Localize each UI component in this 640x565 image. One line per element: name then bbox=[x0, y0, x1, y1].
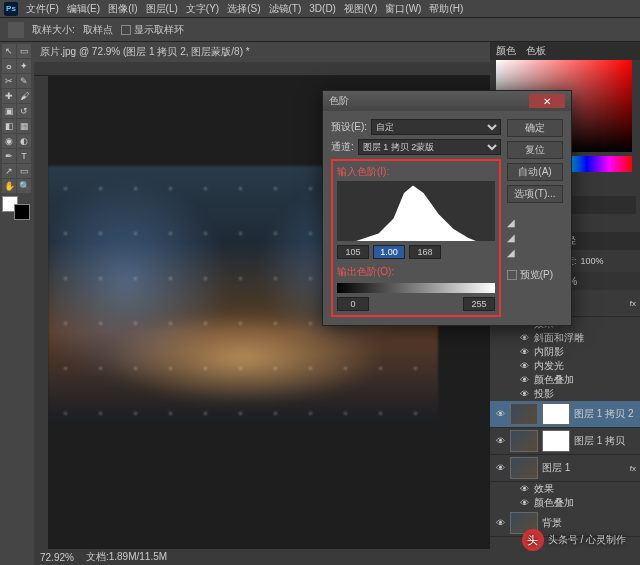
document-tab[interactable]: 原片.jpg @ 72.9% (图层 1 拷贝 2, 图层蒙版/8) * bbox=[34, 42, 490, 62]
menu-filter[interactable]: 滤镜(T) bbox=[265, 2, 306, 16]
dialog-title: 色阶 bbox=[329, 94, 349, 108]
sample-size-value[interactable]: 取样点 bbox=[83, 23, 113, 37]
layer-name: 图层 1 拷贝 bbox=[574, 434, 625, 448]
document-info: 文档:1.89M/11.5M bbox=[86, 550, 167, 564]
visibility-icon[interactable]: 👁 bbox=[494, 408, 506, 420]
histogram[interactable] bbox=[337, 181, 495, 241]
avatar-icon: 头 bbox=[522, 529, 544, 551]
output-highlight[interactable] bbox=[463, 297, 495, 311]
ok-button[interactable]: 确定 bbox=[507, 119, 563, 137]
shape-tool[interactable]: ▭ bbox=[17, 164, 31, 178]
eyedropper-black-icon[interactable]: ◢ bbox=[507, 217, 563, 228]
input-gamma[interactable] bbox=[373, 245, 405, 259]
options-bar: 取样大小: 取样点 显示取样环 bbox=[0, 18, 640, 42]
lasso-tool[interactable]: ⴰ bbox=[2, 59, 16, 73]
visibility-icon[interactable]: 👁 bbox=[518, 374, 530, 386]
menu-3d[interactable]: 3D(D) bbox=[305, 3, 340, 14]
menu-image[interactable]: 图像(I) bbox=[104, 2, 141, 16]
sample-ring-checkbox[interactable]: 显示取样环 bbox=[121, 23, 184, 37]
app-icon: Ps bbox=[4, 2, 18, 16]
visibility-icon[interactable]: 👁 bbox=[518, 497, 530, 509]
menu-layer[interactable]: 图层(L) bbox=[142, 2, 182, 16]
eraser-tool[interactable]: ◧ bbox=[2, 119, 16, 133]
wand-tool[interactable]: ✦ bbox=[17, 59, 31, 73]
zoom-tool[interactable]: 🔍 bbox=[17, 179, 31, 193]
eyedropper-icon[interactable] bbox=[8, 22, 24, 38]
auto-button[interactable]: 自动(A) bbox=[507, 163, 563, 181]
options-button[interactable]: 选项(T)... bbox=[507, 185, 563, 203]
input-shadow[interactable] bbox=[337, 245, 369, 259]
zoom-level[interactable]: 72.92% bbox=[40, 552, 74, 563]
eyedropper-white-icon[interactable]: ◢ bbox=[507, 247, 563, 258]
visibility-icon[interactable]: 👁 bbox=[494, 517, 506, 529]
background-swatch[interactable] bbox=[14, 204, 30, 220]
fx-item[interactable]: 👁内阴影 bbox=[490, 345, 640, 359]
visibility-icon[interactable]: 👁 bbox=[518, 332, 530, 344]
layer-thumb bbox=[510, 403, 538, 425]
menu-select[interactable]: 选择(S) bbox=[223, 2, 264, 16]
preview-label: 预览(P) bbox=[520, 269, 553, 280]
visibility-icon[interactable]: 👁 bbox=[494, 435, 506, 447]
menu-type[interactable]: 文字(Y) bbox=[182, 2, 223, 16]
menu-help[interactable]: 帮助(H) bbox=[425, 2, 467, 16]
layer-name: 图层 1 bbox=[542, 461, 570, 475]
history-brush-tool[interactable]: ↺ bbox=[17, 104, 31, 118]
fx-item[interactable]: 👁颜色叠加 bbox=[490, 496, 640, 510]
layer-thumb bbox=[510, 430, 538, 452]
mask-thumb bbox=[542, 430, 570, 452]
visibility-icon[interactable]: 👁 bbox=[518, 483, 530, 495]
fx-badge[interactable]: fx bbox=[630, 464, 636, 473]
input-levels-label: 输入色阶(I): bbox=[337, 165, 495, 179]
output-gradient[interactable] bbox=[337, 283, 495, 293]
fx-item[interactable]: 👁内发光 bbox=[490, 359, 640, 373]
hand-tool[interactable]: ✋ bbox=[2, 179, 16, 193]
visibility-icon[interactable]: 👁 bbox=[518, 346, 530, 358]
menu-view[interactable]: 视图(V) bbox=[340, 2, 381, 16]
preview-checkbox[interactable] bbox=[507, 270, 517, 280]
heal-tool[interactable]: ✚ bbox=[2, 89, 16, 103]
tab-swatches[interactable]: 色板 bbox=[526, 44, 546, 58]
gradient-tool[interactable]: ▦ bbox=[17, 119, 31, 133]
input-highlight[interactable] bbox=[409, 245, 441, 259]
move-tool[interactable]: ↖ bbox=[2, 44, 16, 58]
visibility-icon[interactable]: 👁 bbox=[494, 462, 506, 474]
stamp-tool[interactable]: ▣ bbox=[2, 104, 16, 118]
opacity-value[interactable]: 100% bbox=[581, 256, 604, 266]
mask-thumb bbox=[542, 403, 570, 425]
menu-file[interactable]: 文件(F) bbox=[22, 2, 63, 16]
fx-item[interactable]: 👁斜面和浮雕 bbox=[490, 331, 640, 345]
pen-tool[interactable]: ✒ bbox=[2, 149, 16, 163]
channel-label: 通道: bbox=[331, 140, 354, 154]
layer-row[interactable]: 👁图层 1 拷贝 bbox=[490, 428, 640, 455]
close-button[interactable]: ✕ bbox=[529, 94, 565, 108]
marquee-tool[interactable]: ▭ bbox=[17, 44, 31, 58]
color-swatches[interactable] bbox=[2, 196, 30, 220]
path-tool[interactable]: ↗ bbox=[2, 164, 16, 178]
eyedropper-gray-icon[interactable]: ◢ bbox=[507, 232, 563, 243]
cancel-button[interactable]: 复位 bbox=[507, 141, 563, 159]
levels-dialog: 色阶 ✕ 预设(E):自定 通道:图层 1 拷贝 2蒙版 输入色阶(I): 输出… bbox=[322, 90, 572, 326]
output-shadow[interactable] bbox=[337, 297, 369, 311]
ruler-vertical bbox=[34, 76, 48, 549]
layer-name: 背景 bbox=[542, 516, 562, 530]
preset-select[interactable]: 自定 bbox=[371, 119, 501, 135]
channel-select[interactable]: 图层 1 拷贝 2蒙版 bbox=[358, 139, 501, 155]
dodge-tool[interactable]: ◐ bbox=[17, 134, 31, 148]
layer-row[interactable]: 👁图层 1 拷贝 2 bbox=[490, 401, 640, 428]
blur-tool[interactable]: ◉ bbox=[2, 134, 16, 148]
menu-edit[interactable]: 编辑(E) bbox=[63, 2, 104, 16]
menu-window[interactable]: 窗口(W) bbox=[381, 2, 425, 16]
visibility-icon[interactable]: 👁 bbox=[518, 360, 530, 372]
brush-tool[interactable]: 🖌 bbox=[17, 89, 31, 103]
crop-tool[interactable]: ✂ bbox=[2, 74, 16, 88]
fx-badge[interactable]: fx bbox=[630, 299, 636, 308]
fx-item[interactable]: 👁效果 bbox=[490, 482, 640, 496]
layer-row[interactable]: 👁图层 1fx bbox=[490, 455, 640, 482]
tab-color[interactable]: 颜色 bbox=[496, 44, 516, 58]
fx-item[interactable]: 👁颜色叠加 bbox=[490, 373, 640, 387]
preset-label: 预设(E): bbox=[331, 120, 367, 134]
fx-item[interactable]: 👁投影 bbox=[490, 387, 640, 401]
type-tool[interactable]: T bbox=[17, 149, 31, 163]
visibility-icon[interactable]: 👁 bbox=[518, 388, 530, 400]
eyedropper-tool[interactable]: ✎ bbox=[17, 74, 31, 88]
